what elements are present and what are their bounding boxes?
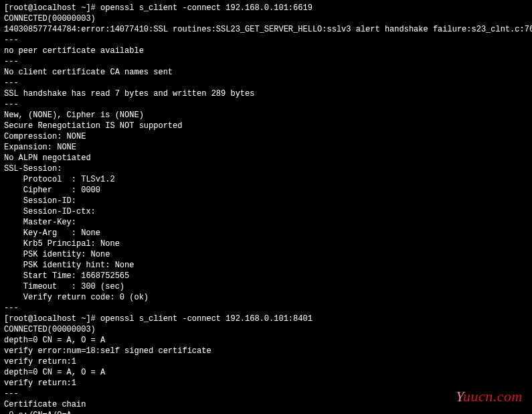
terminal-line: SSL-Session: [4,163,528,174]
terminal-line: --- [4,303,528,314]
terminal-line: Certificate chain [4,399,528,410]
terminal-line: CONNECTED(00000003) [4,13,528,24]
terminal-line: Timeout : 300 (sec) [4,281,528,292]
terminal-line: --- [4,78,528,88]
terminal-line: --- [4,389,528,399]
terminal-line: no peer certificate available [4,46,528,56]
terminal-line: SSL handshake has read 7 bytes and writt… [4,88,528,99]
terminal-line: 140308577744784:error:14077410:SSL routi… [4,24,528,35]
terminal-output[interactable]: [root@localhost ~]# openssl s_client -co… [4,3,528,414]
terminal-line: Secure Renegotiation IS NOT supported [4,121,528,131]
terminal-line: Start Time: 1668752565 [4,271,528,281]
terminal-line: 0 s:/CN=A/O=A [4,410,528,414]
terminal-line: Cipher : 0000 [4,185,528,196]
terminal-line: verify return:1 [4,378,528,389]
terminal-line: --- [4,99,528,110]
terminal-line: Session-ID-ctx: [4,206,528,217]
terminal-line: verify return:1 [4,356,528,367]
terminal-line: No client certificate CA names sent [4,67,528,78]
terminal-line: Key-Arg : None [4,228,528,238]
terminal-line: [root@localhost ~]# openssl s_client -co… [4,3,528,13]
terminal-line: --- [4,56,528,67]
terminal-line: PSK identity: None [4,249,528,260]
terminal-line: No ALPN negotiated [4,153,528,163]
terminal-line: Expansion: NONE [4,142,528,153]
terminal-line: Protocol : TLSv1.2 [4,174,528,185]
terminal-line: [root@localhost ~]# openssl s_client -co… [4,314,528,324]
terminal-line: depth=0 CN = A, O = A [4,367,528,378]
terminal-line: Master-Key: [4,217,528,228]
terminal-line: New, (NONE), Cipher is (NONE) [4,110,528,121]
watermark-text: Yuucn.com [456,391,523,402]
terminal-line: PSK identity hint: None [4,260,528,271]
terminal-line: Verify return code: 0 (ok) [4,292,528,303]
terminal-line: Compression: NONE [4,131,528,142]
terminal-line: --- [4,35,528,46]
terminal-line: Krb5 Principal: None [4,238,528,249]
terminal-line: CONNECTED(00000003) [4,324,528,335]
watermark-prefix: Y [456,388,463,405]
terminal-line: depth=0 CN = A, O = A [4,335,528,346]
watermark-suffix: uucn.com [463,388,523,405]
terminal-line: Session-ID: [4,196,528,206]
terminal-line: verify error:num=18:self signed certific… [4,346,528,356]
